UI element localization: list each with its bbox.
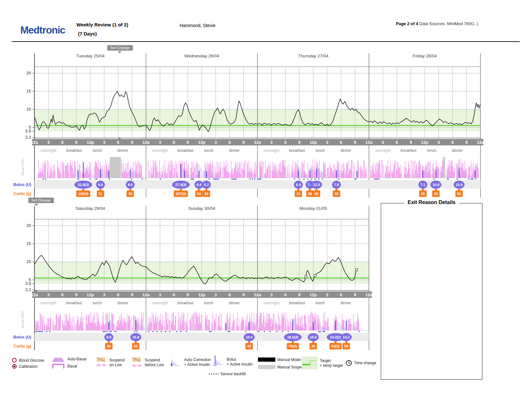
auto-correction-icon xyxy=(170,357,182,367)
carb-marker: 20 xyxy=(203,188,210,197)
svg-text:lunch: lunch xyxy=(204,301,213,305)
svg-text:12a: 12a xyxy=(143,140,150,145)
svg-text:5.2: 5.2 xyxy=(204,183,209,187)
svg-text:15: 15 xyxy=(26,89,31,93)
auto-correction-tick xyxy=(78,179,79,180)
svg-text:6: 6 xyxy=(229,292,231,297)
manual-suspend-icon xyxy=(258,365,275,369)
auto-correction-tick xyxy=(318,331,320,332)
svg-text:50(2): 50(2) xyxy=(331,344,340,348)
auto-correction-tick xyxy=(250,179,251,180)
svg-text:9.0: 9.0 xyxy=(98,183,103,187)
svg-text:10.8: 10.8 xyxy=(432,183,439,187)
auto-correction-tick xyxy=(270,331,271,332)
auto-correction-tick xyxy=(218,179,219,180)
auto-correction-tick xyxy=(209,331,210,332)
svg-text:20: 20 xyxy=(26,223,31,228)
svg-text:25: 25 xyxy=(296,192,300,196)
glucose-y-axis: 20151053.92.2 xyxy=(25,222,34,292)
legend-item-suspend-before-low: Suspendbefore Low xyxy=(132,357,164,368)
auto-correction-tick xyxy=(211,331,212,332)
auto-correction-tick xyxy=(433,179,435,180)
auto-correction-tick xyxy=(36,331,37,332)
auto-correction-tick xyxy=(338,179,340,180)
svg-text:9: 9 xyxy=(465,140,468,145)
svg-text:9: 9 xyxy=(242,140,245,145)
svg-text:3: 3 xyxy=(326,140,328,145)
auto-correction-tick xyxy=(374,179,375,180)
svg-text:12a: 12a xyxy=(254,140,261,145)
day-header: Friday 28/04 xyxy=(413,54,437,58)
manual-suspend-block xyxy=(443,157,445,178)
carb-marker: 35 xyxy=(310,341,317,349)
svg-text:55: 55 xyxy=(134,344,138,348)
auto-correction-tick xyxy=(264,331,265,332)
auto-correction-tick xyxy=(111,331,112,332)
meal-period-labels: overnightbreakfastlunchdinnerovernightbr… xyxy=(41,148,463,153)
svg-text:30: 30 xyxy=(107,344,111,348)
insulin-axis-label: Basal (U/hr) xyxy=(21,158,25,175)
svg-text:breakfast: breakfast xyxy=(66,148,82,153)
blood-glucose-icon xyxy=(12,357,17,363)
svg-text:14.2(2): 14.2(2) xyxy=(330,335,341,339)
svg-text:lunch: lunch xyxy=(316,301,325,305)
auto-correction-tick xyxy=(303,179,305,180)
auto-correction-tick xyxy=(180,331,182,332)
carb-marker: 55 xyxy=(132,341,140,349)
bolus-row-band xyxy=(34,333,369,341)
day-header: Sunday 30/04 xyxy=(188,206,215,211)
svg-text:dinner: dinner xyxy=(117,301,128,305)
svg-text:6.4: 6.4 xyxy=(296,183,301,187)
suspend-on-low-icon xyxy=(96,357,106,362)
auto-correction-tick xyxy=(131,179,132,180)
svg-text:40: 40 xyxy=(247,344,251,348)
svg-text:10: 10 xyxy=(26,107,31,112)
svg-text:15.9: 15.9 xyxy=(456,183,462,187)
svg-text:75(2): 75(2) xyxy=(289,344,297,348)
auto-correction-tick xyxy=(307,179,308,180)
auto-correction-tick xyxy=(472,179,474,180)
svg-text:6: 6 xyxy=(229,140,231,145)
auto-correction-tick xyxy=(176,331,177,332)
auto-correction-tick xyxy=(142,179,143,180)
legend-item-suspend-on-low: Suspendon Low xyxy=(96,357,124,368)
auto-correction-tick xyxy=(355,179,357,180)
svg-text:12a: 12a xyxy=(254,292,261,297)
auto-correction-tick xyxy=(193,179,194,180)
svg-text:overnight: overnight xyxy=(263,148,280,153)
time-axis: 12a36912p36912a36912p36912a36912p36912a3… xyxy=(31,139,484,145)
auto-correction-tick xyxy=(254,179,255,180)
svg-text:42: 42 xyxy=(314,192,318,196)
svg-text:9: 9 xyxy=(354,140,356,145)
auto-correction-tick xyxy=(282,331,283,332)
carb-marker: 50(2) xyxy=(330,341,341,349)
svg-text:9: 9 xyxy=(187,292,189,297)
svg-text:lunch: lunch xyxy=(427,148,437,153)
auto-correction-tick xyxy=(377,179,378,180)
auto-correction-tick xyxy=(148,331,149,332)
svg-text:50: 50 xyxy=(344,344,348,348)
legend-item-blood-glucose: Blood GlucoseCalibration xyxy=(12,357,44,369)
svg-text:27.4(2): 27.4(2) xyxy=(175,183,186,187)
auto-correction-tick xyxy=(288,331,289,332)
svg-text:9: 9 xyxy=(75,140,77,145)
day-header: Saturday 29/04 xyxy=(75,206,105,211)
day-header: Thursday 27/04 xyxy=(298,54,329,58)
svg-text:lunch: lunch xyxy=(316,148,325,153)
glucose-y-axis: 20151053.92.2 xyxy=(25,70,34,140)
svg-text:6: 6 xyxy=(61,292,64,297)
svg-text:12p: 12p xyxy=(310,292,317,297)
legend-item-basal: Auto-BasalBasal xyxy=(52,356,86,370)
svg-text:breakfast: breakfast xyxy=(400,148,417,153)
auto-correction-tick xyxy=(216,179,218,180)
svg-text:14.2: 14.2 xyxy=(343,335,350,339)
svg-text:7.8: 7.8 xyxy=(334,183,339,187)
legend-item-target: Target+ temp target xyxy=(301,357,343,369)
bolus-icon xyxy=(213,355,224,367)
svg-text:overnight: overnight xyxy=(375,148,391,153)
auto-basal-pattern xyxy=(259,312,359,330)
carb-marker: 28 xyxy=(306,188,314,197)
carb-marker: 38 xyxy=(432,188,439,197)
svg-text:35: 35 xyxy=(311,344,315,348)
auto-correction-tick xyxy=(96,179,97,180)
